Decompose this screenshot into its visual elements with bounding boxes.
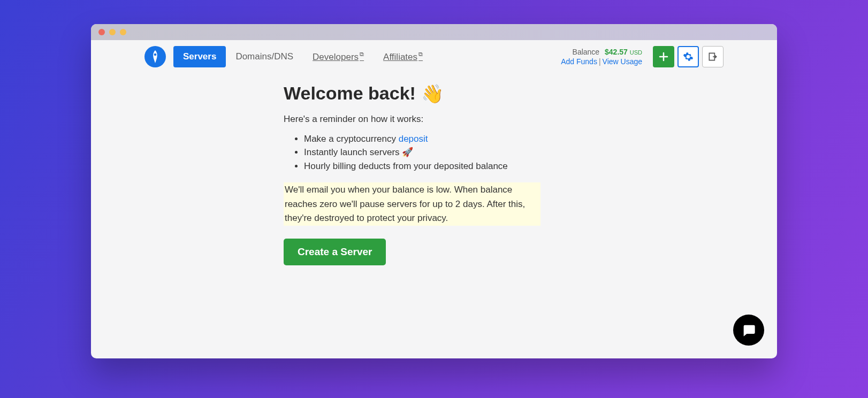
create-server-button[interactable]: Create a Server (284, 239, 386, 265)
header: Servers Domains/DNS Developers⧉ Affiliat… (91, 40, 777, 73)
close-window-dot[interactable] (98, 29, 105, 35)
list-item-text: Make a cryptocurrency (304, 134, 399, 144)
plus-icon (659, 52, 668, 62)
maximize-window-dot[interactable] (120, 29, 126, 35)
main-nav: Servers Domains/DNS Developers⧉ Affiliat… (173, 45, 432, 68)
list-item: Hourly billing deducts from your deposit… (304, 159, 724, 173)
chat-icon (741, 323, 756, 338)
list-item: Instantly launch servers 🚀 (304, 146, 724, 159)
nav-developers[interactable]: Developers⧉ (303, 45, 374, 68)
nav-developers-label: Developers (313, 52, 359, 62)
page-title: Welcome back! 👋 (284, 83, 724, 104)
balance-label: Balance (573, 48, 600, 56)
balance-amount: $42.57 (605, 48, 628, 56)
rocket-icon (150, 50, 161, 63)
nav-affiliates-label: Affiliates (383, 52, 417, 62)
svg-point-0 (154, 53, 157, 56)
minimize-window-dot[interactable] (109, 29, 116, 35)
app-window: Servers Domains/DNS Developers⧉ Affiliat… (91, 24, 777, 358)
intro-text: Here's a reminder on how it works: (284, 114, 724, 125)
logo[interactable] (144, 46, 166, 67)
nav-servers[interactable]: Servers (173, 46, 226, 67)
balance-block: Balance $42.57 USD Add Funds|View Usage (561, 48, 642, 66)
chat-widget[interactable] (733, 315, 764, 346)
page-title-text: Welcome back! (284, 83, 416, 104)
view-usage-link[interactable]: View Usage (603, 57, 642, 66)
external-link-icon: ⧉ (418, 51, 423, 57)
deposit-link[interactable]: deposit (399, 134, 428, 144)
wave-icon: 👋 (421, 83, 444, 104)
add-button[interactable] (653, 46, 674, 67)
balance-warning: We'll email you when your balance is low… (284, 182, 540, 226)
logout-button[interactable] (702, 46, 724, 67)
nav-domains[interactable]: Domains/DNS (226, 46, 303, 67)
how-it-works-list: Make a cryptocurrency deposit Instantly … (304, 132, 724, 173)
nav-affiliates[interactable]: Affiliates⧉ (374, 45, 432, 68)
add-funds-link[interactable]: Add Funds (561, 57, 597, 66)
settings-button[interactable] (677, 46, 699, 67)
gear-icon (683, 51, 694, 62)
main-content: Welcome back! 👋 Here's a reminder on how… (91, 73, 777, 266)
external-link-icon: ⧉ (360, 51, 364, 57)
window-titlebar (91, 24, 777, 40)
exit-icon (707, 51, 718, 62)
separator: | (599, 57, 601, 66)
list-item: Make a cryptocurrency deposit (304, 132, 724, 146)
balance-currency: USD (630, 49, 642, 56)
